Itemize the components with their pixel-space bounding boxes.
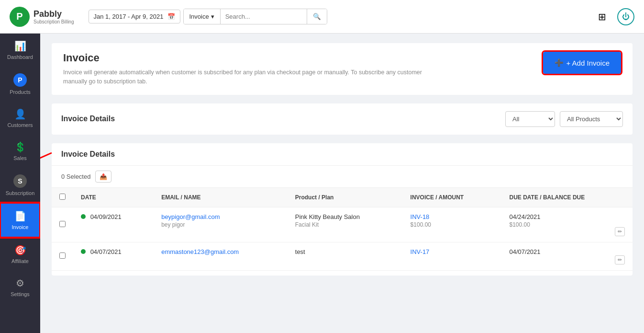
sidebar-item-label: Invoice: [12, 224, 29, 230]
row-email-cell: emmastone123@gmail.com: [154, 242, 288, 270]
invoice-table-section: Invoice Details 0 Selected 📤 DATE EMAIL …: [52, 143, 633, 276]
row-invoice-cell: INV-17: [403, 242, 502, 270]
status-dot: [81, 249, 86, 254]
row-product: test: [295, 248, 395, 255]
row-due-date-cell: 04/07/2021 ✏: [501, 242, 633, 270]
search-input[interactable]: [221, 9, 307, 24]
col-checkbox: [52, 188, 73, 207]
row-product-cell: Pink Kitty Beauty Salon Facial Kit: [288, 207, 403, 242]
grid-icon: ⊞: [598, 11, 606, 23]
row-invoice-number[interactable]: INV-17: [411, 248, 430, 255]
row-date-cell: 04/07/2021: [73, 242, 154, 270]
table-title: Invoice Details: [61, 150, 623, 159]
row-due-date: 04/07/2021: [509, 248, 625, 255]
row-checkbox[interactable]: [59, 253, 66, 259]
row-amount: $100.00: [411, 221, 494, 228]
page-title: Invoice: [63, 52, 422, 64]
table-row: 04/09/2021 beypigor@gmail.com bey pigor …: [52, 207, 633, 242]
invoice-header-left: Invoice Invoice will generate automatica…: [63, 52, 422, 86]
sidebar-item-label: Products: [10, 89, 30, 95]
sidebar-item-dashboard[interactable]: 📊 Dashboard: [0, 34, 40, 67]
table-row: 04/07/2021 emmastone123@gmail.com test I…: [52, 242, 633, 270]
add-invoice-plus-icon: ➕: [555, 58, 564, 67]
col-email-name: EMAIL / NAME: [154, 188, 288, 207]
row-product: Pink Kitty Beauty Salon: [295, 213, 395, 220]
export-button[interactable]: 📤: [95, 171, 111, 183]
sidebar-item-affiliate[interactable]: 🎯 Affiliate: [0, 238, 40, 271]
row-due-date-cell: 04/24/2021 $100.00 ✏: [501, 207, 633, 242]
row-invoice-number[interactable]: INV-18: [411, 213, 430, 220]
sales-icon: 💲: [14, 141, 26, 153]
svg-line-3: [40, 153, 52, 172]
row-plan: Facial Kit: [295, 221, 395, 228]
logo-icon: P: [10, 7, 30, 27]
logo-brand: Pabbly: [33, 9, 74, 19]
col-date: DATE: [73, 188, 154, 207]
row-product-cell: test: [288, 242, 403, 270]
logo-area: P Pabbly Subscription Billing: [10, 7, 74, 27]
dropdown-arrow-icon: ▾: [211, 13, 214, 20]
top-header: P Pabbly Subscription Billing Jan 1, 201…: [0, 0, 644, 34]
invoice-description: Invoice will generate automatically when…: [63, 68, 422, 86]
power-icon-button[interactable]: ⏻: [617, 8, 634, 25]
header-checkbox[interactable]: [59, 194, 66, 200]
search-button[interactable]: 🔍: [307, 9, 327, 24]
sidebar-item-label: Customers: [7, 122, 33, 128]
sidebar-item-settings[interactable]: ⚙ Settings: [0, 271, 40, 304]
dashboard-icon: 📊: [14, 40, 26, 52]
row-name: bey pigor: [161, 221, 280, 228]
row-invoice-cell: INV-18 $100.00: [403, 207, 502, 242]
row-email[interactable]: emmastone123@gmail.com: [161, 248, 239, 255]
sidebar-item-invoice[interactable]: 📄 Invoice: [0, 203, 40, 238]
header-right: ⊞ ⏻: [593, 8, 634, 25]
row-checkbox-cell: [52, 207, 73, 242]
search-type-button[interactable]: Invoice ▾: [184, 9, 221, 24]
selected-count-row: 0 Selected 📤: [52, 166, 633, 188]
col-product-plan: Product / Plan: [288, 188, 403, 207]
row-checkbox[interactable]: [59, 221, 66, 227]
sidebar-item-label: Subscription: [6, 190, 35, 196]
products-icon: P: [13, 73, 27, 87]
content-area: Invoice Invoice will generate automatica…: [40, 34, 644, 333]
subscription-icon: S: [13, 174, 27, 188]
customers-icon: 👤: [14, 108, 26, 120]
row-edit-button[interactable]: ✏: [615, 227, 625, 236]
power-icon: ⏻: [622, 12, 630, 21]
export-icon: 📤: [100, 173, 107, 180]
calendar-icon: 📅: [167, 13, 175, 20]
sidebar-item-label: Affiliate: [11, 258, 29, 264]
sidebar-item-label: Sales: [13, 155, 27, 161]
status-dot: [81, 214, 86, 219]
row-edit-button[interactable]: ✏: [615, 255, 625, 264]
invoice-icon: 📄: [14, 210, 26, 222]
row-date-cell: 04/09/2021: [73, 207, 154, 242]
grid-icon-button[interactable]: ⊞: [593, 8, 611, 25]
sidebar-item-products[interactable]: P Products: [0, 67, 40, 102]
row-due-date: 04/24/2021: [509, 213, 625, 220]
affiliate-icon: 🎯: [14, 244, 26, 256]
sidebar-item-customers[interactable]: 👤 Customers: [0, 102, 40, 135]
date-filter[interactable]: Jan 1, 2017 - Apr 9, 2021 📅: [89, 10, 180, 23]
invoice-header-section: Invoice Invoice will generate automatica…: [52, 43, 633, 95]
sidebar-item-subscription[interactable]: S Subscription: [0, 168, 40, 203]
add-invoice-button[interactable]: ➕ + Add Invoice: [543, 52, 621, 74]
add-invoice-area: ➕ + Add Invoice: [543, 52, 621, 74]
invoice-table: DATE EMAIL / NAME Product / Plan INVOICE…: [52, 188, 633, 271]
row-email[interactable]: beypigor@gmail.com: [161, 213, 220, 220]
row-date: 04/07/2021: [90, 248, 122, 255]
status-filter-select[interactable]: All Paid Unpaid: [505, 111, 555, 127]
settings-icon: ⚙: [16, 277, 24, 289]
logo-sub: Subscription Billing: [33, 19, 74, 24]
table-header: Invoice Details: [52, 143, 633, 166]
row-balance-due: $100.00: [509, 221, 625, 228]
search-area: Invoice ▾ 🔍: [183, 9, 327, 24]
sidebar: 📊 Dashboard P Products 👤 Customers 💲 Sal…: [0, 34, 40, 333]
date-range-text: Jan 1, 2017 - Apr 9, 2021: [94, 13, 164, 20]
sidebar-item-sales[interactable]: 💲 Sales: [0, 135, 40, 168]
sidebar-item-label: Settings: [11, 291, 30, 297]
row-date: 04/09/2021: [90, 213, 122, 220]
invoice-details-filter-section: Invoice Details All Paid Unpaid All Prod…: [52, 103, 633, 135]
col-invoice-amount: INVOICE / AMOUNT: [403, 188, 502, 207]
details-section-title: Invoice Details: [61, 115, 115, 123]
product-filter-select[interactable]: All Products: [560, 111, 623, 127]
